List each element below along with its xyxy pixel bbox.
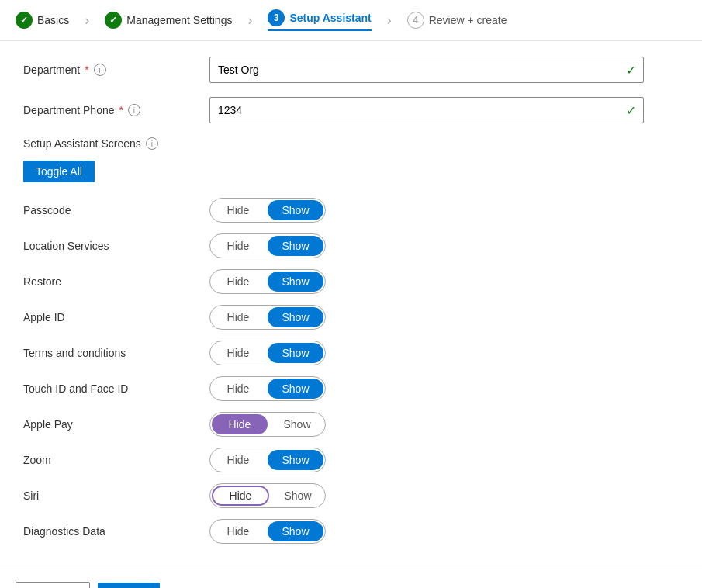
toggle-switch-apple-id[interactable]: HideShow xyxy=(209,305,326,330)
toggle-row-passcode: PasscodeHideShow xyxy=(23,196,679,224)
setup-screens-info-icon[interactable]: i xyxy=(146,137,158,150)
toggle-row-touch-face-id: Touch ID and Face IDHideShow xyxy=(23,375,679,403)
step-label-review: Review + create xyxy=(429,14,507,26)
toggle-hide-apple-id[interactable]: Hide xyxy=(210,306,266,329)
toggle-hide-location-services[interactable]: Hide xyxy=(210,234,266,258)
department-check-icon: ✓ xyxy=(626,63,636,78)
toggle-hide-restore[interactable]: Hide xyxy=(210,270,266,293)
step-icon-basics: ✓ xyxy=(16,12,33,29)
page-container: ✓ Basics › ✓ Management Settings › 3 Set… xyxy=(0,0,702,588)
toggle-show-location-services[interactable]: Show xyxy=(268,236,323,256)
step-label-setup: Setup Assistant xyxy=(289,12,371,24)
department-label: Department * i xyxy=(23,64,209,76)
department-input[interactable] xyxy=(209,57,644,83)
department-phone-row: Department Phone * i ✓ xyxy=(23,97,679,123)
department-phone-check-icon: ✓ xyxy=(626,103,636,118)
toggle-switch-diagnostics-data[interactable]: HideShow xyxy=(209,519,326,544)
toggle-switch-terms-and-conditions[interactable]: HideShow xyxy=(209,341,326,365)
toggle-switch-apple-pay[interactable]: HideShow xyxy=(209,412,326,437)
toggle-switch-passcode[interactable]: HideShow xyxy=(209,198,326,223)
previous-button[interactable]: Previous xyxy=(16,582,90,588)
toggle-label-passcode: Passcode xyxy=(23,204,209,216)
wizard-step-setup[interactable]: 3 Setup Assistant xyxy=(268,9,371,31)
toggle-hide-passcode[interactable]: Hide xyxy=(210,199,266,222)
department-phone-info-icon[interactable]: i xyxy=(128,104,140,116)
toggle-label-apple-pay: Apple Pay xyxy=(23,418,209,431)
toggle-label-apple-id: Apple ID xyxy=(23,311,209,323)
next-button[interactable]: Next xyxy=(98,583,160,588)
department-row: Department * i ✓ xyxy=(23,57,679,83)
department-phone-required: * xyxy=(119,104,123,116)
footer: Previous Next xyxy=(0,569,702,588)
toggle-hide-terms-and-conditions[interactable]: Hide xyxy=(210,341,266,365)
step-icon-review: 4 xyxy=(407,12,424,29)
toggle-show-siri[interactable]: Show xyxy=(271,484,325,507)
step-label-management: Management Settings xyxy=(126,14,232,26)
main-content: Department * i ✓ Department Phone * i ✓ xyxy=(0,41,702,569)
toggle-show-passcode[interactable]: Show xyxy=(268,200,323,220)
toggle-row-diagnostics-data: Diagnostics DataHideShow xyxy=(23,517,679,545)
toggle-all-button[interactable]: Toggle All xyxy=(23,161,95,182)
toggle-switch-restore[interactable]: HideShow xyxy=(209,269,326,294)
department-phone-input[interactable] xyxy=(209,97,644,123)
toggle-show-terms-and-conditions[interactable]: Show xyxy=(268,343,323,363)
toggle-hide-apple-pay[interactable]: Hide xyxy=(212,414,268,434)
setup-assistant-screens-heading: Setup Assistant Screens i xyxy=(23,137,679,150)
toggle-row-zoom: ZoomHideShow xyxy=(23,446,679,474)
department-phone-input-wrapper: ✓ xyxy=(209,97,644,123)
step-label-basics: Basics xyxy=(37,14,69,26)
department-phone-label: Department Phone * i xyxy=(23,104,209,116)
toggle-show-touch-face-id[interactable]: Show xyxy=(268,379,323,399)
department-input-wrapper: ✓ xyxy=(209,57,644,83)
toggles-container: PasscodeHideShowLocation ServicesHideSho… xyxy=(23,196,679,545)
wizard-nav: ✓ Basics › ✓ Management Settings › 3 Set… xyxy=(0,0,702,41)
toggle-label-touch-face-id: Touch ID and Face ID xyxy=(23,382,209,395)
wizard-step-basics[interactable]: ✓ Basics xyxy=(16,12,69,29)
toggle-label-restore: Restore xyxy=(23,275,209,288)
toggle-show-zoom[interactable]: Show xyxy=(268,450,323,470)
toggle-hide-touch-face-id[interactable]: Hide xyxy=(210,377,266,400)
wizard-step-review[interactable]: 4 Review + create xyxy=(407,12,507,29)
toggle-label-terms-and-conditions: Terms and conditions xyxy=(23,347,209,359)
toggle-switch-siri[interactable]: HideShow xyxy=(209,483,326,508)
toggle-label-location-services: Location Services xyxy=(23,240,209,252)
toggle-row-terms-and-conditions: Terms and conditionsHideShow xyxy=(23,339,679,367)
toggle-row-apple-id: Apple IDHideShow xyxy=(23,303,679,331)
toggle-label-siri: Siri xyxy=(23,489,209,502)
toggle-row-restore: RestoreHideShow xyxy=(23,268,679,296)
step-divider-2: › xyxy=(247,12,252,29)
toggle-hide-siri[interactable]: Hide xyxy=(212,486,269,506)
toggle-row-siri: SiriHideShow xyxy=(23,482,679,510)
toggle-hide-diagnostics-data[interactable]: Hide xyxy=(210,520,266,543)
toggle-switch-location-services[interactable]: HideShow xyxy=(209,233,326,258)
toggle-show-apple-id[interactable]: Show xyxy=(268,307,323,327)
step-divider-1: › xyxy=(85,12,89,29)
department-required: * xyxy=(85,64,88,76)
toggle-show-apple-pay[interactable]: Show xyxy=(269,413,325,436)
department-info-icon[interactable]: i xyxy=(94,64,106,76)
toggle-show-diagnostics-data[interactable]: Show xyxy=(268,521,323,541)
toggle-label-zoom: Zoom xyxy=(23,454,209,466)
toggle-hide-zoom[interactable]: Hide xyxy=(210,448,266,472)
step-icon-setup: 3 xyxy=(268,9,285,26)
toggle-switch-touch-face-id[interactable]: HideShow xyxy=(209,376,326,401)
toggle-row-location-services: Location ServicesHideShow xyxy=(23,232,679,260)
toggle-show-restore[interactable]: Show xyxy=(268,272,323,292)
wizard-step-management[interactable]: ✓ Management Settings xyxy=(105,12,232,29)
toggle-switch-zoom[interactable]: HideShow xyxy=(209,448,326,472)
step-icon-management: ✓ xyxy=(105,12,122,29)
toggle-label-diagnostics-data: Diagnostics Data xyxy=(23,525,209,538)
step-divider-3: › xyxy=(387,12,392,29)
toggle-row-apple-pay: Apple PayHideShow xyxy=(23,410,679,438)
